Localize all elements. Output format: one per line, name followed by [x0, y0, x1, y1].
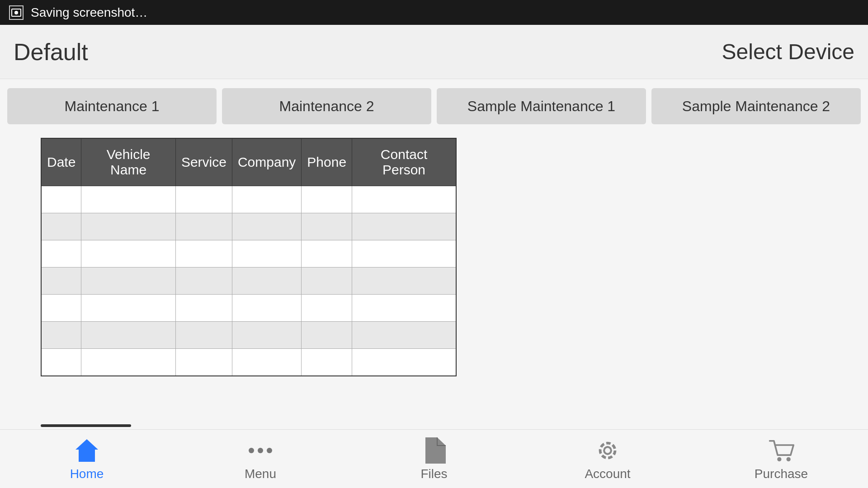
nav-label-account: Account — [585, 467, 630, 481]
table-row[interactable] — [41, 267, 456, 295]
table-cell-4-3 — [232, 295, 301, 322]
nav-item-purchase[interactable]: Purchase — [736, 437, 826, 481]
table-cell-3-4 — [302, 267, 352, 295]
tab-sample-maintenance-2[interactable]: Sample Maintenance 2 — [651, 88, 861, 124]
table-cell-6-0 — [41, 349, 81, 376]
app-header: Default Select Device — [0, 25, 868, 79]
table-row[interactable] — [41, 322, 456, 349]
nav-item-menu[interactable]: Menu — [215, 437, 306, 481]
table-cell-4-5 — [352, 295, 456, 322]
maintenance-table: Date Vehicle Name Service Company Phone … — [41, 138, 457, 376]
table-row[interactable] — [41, 349, 456, 376]
table-cell-1-0 — [41, 213, 81, 240]
bottom-nav: Home Menu Files — [0, 429, 868, 488]
table-cell-4-4 — [302, 295, 352, 322]
table-cell-2-5 — [352, 240, 456, 267]
table-row[interactable] — [41, 213, 456, 240]
table-cell-5-5 — [352, 322, 456, 349]
purchase-icon — [768, 437, 795, 464]
svg-point-9 — [787, 457, 791, 461]
svg-point-1 — [14, 11, 18, 14]
table-cell-3-2 — [175, 267, 232, 295]
col-header-contact-person: Contact Person — [352, 138, 456, 186]
table-cell-3-0 — [41, 267, 81, 295]
nav-label-home: Home — [70, 467, 104, 481]
table-cell-0-4 — [302, 186, 352, 213]
table-cell-2-4 — [302, 240, 352, 267]
col-header-service: Service — [175, 138, 232, 186]
files-icon — [420, 437, 448, 464]
table-cell-0-3 — [232, 186, 301, 213]
table-cell-2-2 — [175, 240, 232, 267]
table-cell-0-5 — [352, 186, 456, 213]
table-cell-4-0 — [41, 295, 81, 322]
table-cell-3-1 — [81, 267, 176, 295]
tab-maintenance-1[interactable]: Maintenance 1 — [7, 88, 217, 124]
nav-label-files: Files — [420, 467, 447, 481]
table-cell-4-1 — [81, 295, 176, 322]
status-text: Saving screenshot… — [31, 5, 147, 20]
table-cell-0-0 — [41, 186, 81, 213]
table-cell-6-2 — [175, 349, 232, 376]
table-cell-4-2 — [175, 295, 232, 322]
menu-icon — [247, 437, 274, 464]
table-cell-6-1 — [81, 349, 176, 376]
table-cell-5-3 — [232, 322, 301, 349]
select-device-button[interactable]: Select Device — [722, 39, 854, 64]
table-cell-5-1 — [81, 322, 176, 349]
col-header-company: Company — [232, 138, 301, 186]
table-cell-6-4 — [302, 349, 352, 376]
table-cell-5-4 — [302, 322, 352, 349]
screenshot-icon — [9, 5, 24, 20]
table-row[interactable] — [41, 240, 456, 267]
col-header-phone: Phone — [302, 138, 352, 186]
svg-rect-3 — [84, 455, 90, 462]
status-bar: Saving screenshot… — [0, 0, 868, 25]
table-cell-1-5 — [352, 213, 456, 240]
table-cell-1-3 — [232, 213, 301, 240]
nav-item-home[interactable]: Home — [42, 437, 132, 481]
tab-maintenance-2[interactable]: Maintenance 2 — [222, 88, 431, 124]
table-row[interactable] — [41, 295, 456, 322]
table-row[interactable] — [41, 186, 456, 213]
nav-item-files[interactable]: Files — [389, 437, 479, 481]
table-cell-3-3 — [232, 267, 301, 295]
table-cell-2-3 — [232, 240, 301, 267]
tabs-container: Maintenance 1 Maintenance 2 Sample Maint… — [0, 79, 868, 129]
account-icon — [594, 437, 621, 464]
tab-sample-maintenance-1[interactable]: Sample Maintenance 1 — [437, 88, 646, 124]
app-title: Default — [14, 38, 88, 66]
col-header-vehicle-name: Vehicle Name — [81, 138, 176, 186]
table-cell-0-1 — [81, 186, 176, 213]
svg-point-7 — [605, 448, 610, 453]
nav-label-purchase: Purchase — [755, 467, 808, 481]
svg-point-8 — [777, 457, 781, 461]
table-cell-5-0 — [41, 322, 81, 349]
home-icon — [73, 437, 100, 464]
table-cell-6-5 — [352, 349, 456, 376]
table-header-row: Date Vehicle Name Service Company Phone … — [41, 138, 456, 186]
table-cell-1-4 — [302, 213, 352, 240]
table-cell-1-2 — [175, 213, 232, 240]
main-content: Date Vehicle Name Service Company Phone … — [0, 129, 868, 376]
table-cell-2-1 — [81, 240, 176, 267]
scroll-indicator — [41, 424, 131, 427]
nav-item-account[interactable]: Account — [562, 437, 653, 481]
table-cell-5-2 — [175, 322, 232, 349]
table-cell-2-0 — [41, 240, 81, 267]
nav-label-menu: Menu — [245, 467, 276, 481]
table-cell-3-5 — [352, 267, 456, 295]
table-cell-0-2 — [175, 186, 232, 213]
col-header-date: Date — [41, 138, 81, 186]
table-cell-6-3 — [232, 349, 301, 376]
table-cell-1-1 — [81, 213, 176, 240]
